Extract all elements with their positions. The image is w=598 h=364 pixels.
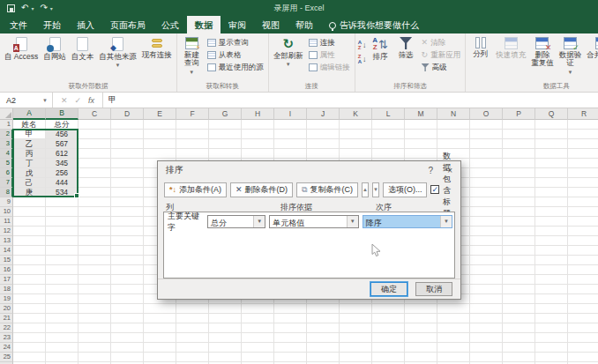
cancel-button[interactable]: 取消 bbox=[415, 282, 452, 296]
cell-L25[interactable] bbox=[372, 353, 405, 362]
cell-D17[interactable] bbox=[111, 275, 144, 285]
row-header-4[interactable]: 4 bbox=[0, 149, 13, 159]
cell-C8[interactable] bbox=[78, 188, 111, 197]
cell-Q5[interactable] bbox=[535, 159, 568, 168]
cell-J2[interactable] bbox=[307, 130, 340, 139]
cell-P11[interactable] bbox=[503, 217, 535, 227]
cell-G2[interactable] bbox=[209, 130, 242, 139]
cell-P8[interactable] bbox=[503, 188, 535, 197]
cell-O13[interactable] bbox=[470, 236, 503, 246]
filter-button[interactable]: 筛选 bbox=[394, 36, 418, 60]
cell-O12[interactable] bbox=[470, 227, 503, 236]
cell-Q12[interactable] bbox=[535, 227, 568, 236]
cell-C5[interactable] bbox=[78, 159, 111, 168]
cell-A21[interactable] bbox=[13, 314, 46, 323]
column-header-Q[interactable]: Q bbox=[535, 108, 568, 120]
row-header-19[interactable]: 19 bbox=[0, 294, 13, 304]
cell-O14[interactable] bbox=[470, 246, 503, 256]
cell-D10[interactable] bbox=[111, 207, 144, 217]
cell-A12[interactable] bbox=[13, 227, 46, 236]
cell-O24[interactable] bbox=[470, 343, 503, 353]
cell-A15[interactable] bbox=[13, 256, 46, 265]
formula-input[interactable]: 甲 bbox=[103, 93, 598, 108]
undo-icon[interactable]: ↶ bbox=[21, 4, 28, 12]
cell-E22[interactable] bbox=[144, 323, 176, 333]
cell-G20[interactable] bbox=[209, 304, 242, 314]
chevron-down-icon[interactable]: ▼ bbox=[253, 216, 265, 227]
cell-Q20[interactable] bbox=[535, 304, 568, 314]
cell-A8[interactable]: 庚 bbox=[13, 188, 46, 197]
sort-descending-button[interactable]: ZA↓ bbox=[358, 54, 367, 64]
cell-F23[interactable] bbox=[176, 333, 209, 343]
cell-K1[interactable] bbox=[340, 120, 372, 130]
cell-C16[interactable] bbox=[78, 265, 111, 275]
cell-K3[interactable] bbox=[340, 139, 372, 149]
cell-B21[interactable] bbox=[46, 314, 78, 323]
tab-home[interactable]: 开始 bbox=[35, 16, 69, 33]
cell-J24[interactable] bbox=[307, 343, 340, 353]
cell-R20[interactable] bbox=[568, 304, 598, 314]
cell-M1[interactable] bbox=[405, 120, 437, 130]
cell-H21[interactable] bbox=[242, 314, 274, 323]
cell-O25[interactable] bbox=[470, 353, 503, 362]
cell-K21[interactable] bbox=[340, 314, 372, 323]
cell-C4[interactable] bbox=[78, 149, 111, 159]
cell-E24[interactable] bbox=[144, 343, 176, 353]
cell-C3[interactable] bbox=[78, 139, 111, 149]
cell-N3[interactable] bbox=[437, 139, 470, 149]
column-header-D[interactable]: D bbox=[111, 108, 144, 120]
cell-R12[interactable] bbox=[568, 227, 598, 236]
cell-D7[interactable] bbox=[111, 178, 144, 188]
cell-O18[interactable] bbox=[470, 285, 503, 294]
cell-K23[interactable] bbox=[340, 333, 372, 343]
cell-B15[interactable] bbox=[46, 256, 78, 265]
cell-D6[interactable] bbox=[111, 168, 144, 178]
cell-Q2[interactable] bbox=[535, 130, 568, 139]
cell-P17[interactable] bbox=[503, 275, 535, 285]
cell-R24[interactable] bbox=[568, 343, 598, 353]
cell-G3[interactable] bbox=[209, 139, 242, 149]
cell-D23[interactable] bbox=[111, 333, 144, 343]
cell-A20[interactable] bbox=[13, 304, 46, 314]
cell-R14[interactable] bbox=[568, 246, 598, 256]
cell-R15[interactable] bbox=[568, 256, 598, 265]
cell-A24[interactable] bbox=[13, 343, 46, 353]
cell-H4[interactable] bbox=[242, 149, 274, 159]
cell-M21[interactable] bbox=[405, 314, 437, 323]
row-header-13[interactable]: 13 bbox=[0, 236, 13, 246]
row-header-20[interactable]: 20 bbox=[0, 304, 13, 314]
sort-ascending-button[interactable]: AZ↓ bbox=[358, 40, 367, 50]
cell-F2[interactable] bbox=[176, 130, 209, 139]
column-header-B[interactable]: B bbox=[46, 108, 78, 120]
cell-C23[interactable] bbox=[78, 333, 111, 343]
cell-Q24[interactable] bbox=[535, 343, 568, 353]
cell-C14[interactable] bbox=[78, 246, 111, 256]
from-access-button[interactable]: A 自 Access bbox=[3, 36, 40, 62]
cell-P20[interactable] bbox=[503, 304, 535, 314]
cell-J3[interactable] bbox=[307, 139, 340, 149]
cell-I1[interactable] bbox=[274, 120, 307, 130]
recent-sources-button[interactable]: 最近使用的源 bbox=[206, 62, 265, 73]
cell-I25[interactable] bbox=[274, 353, 307, 362]
cell-I22[interactable] bbox=[274, 323, 307, 333]
column-header-G[interactable]: G bbox=[209, 108, 242, 120]
cell-F21[interactable] bbox=[176, 314, 209, 323]
cell-K22[interactable] bbox=[340, 323, 372, 333]
cell-N22[interactable] bbox=[437, 323, 470, 333]
cell-H22[interactable] bbox=[242, 323, 274, 333]
tab-view[interactable]: 视图 bbox=[254, 16, 288, 33]
cell-R6[interactable] bbox=[568, 168, 598, 178]
cell-J4[interactable] bbox=[307, 149, 340, 159]
cell-H20[interactable] bbox=[242, 304, 274, 314]
cell-Q10[interactable] bbox=[535, 207, 568, 217]
cell-B16[interactable] bbox=[46, 265, 78, 275]
cell-K24[interactable] bbox=[340, 343, 372, 353]
cell-P4[interactable] bbox=[503, 149, 535, 159]
cell-H3[interactable] bbox=[242, 139, 274, 149]
cell-O3[interactable] bbox=[470, 139, 503, 149]
row-header-14[interactable]: 14 bbox=[0, 246, 13, 256]
connections-button[interactable]: 连接 bbox=[307, 37, 352, 48]
cell-A25[interactable] bbox=[13, 353, 46, 362]
cell-R7[interactable] bbox=[568, 178, 598, 188]
column-header-M[interactable]: M bbox=[405, 108, 437, 120]
